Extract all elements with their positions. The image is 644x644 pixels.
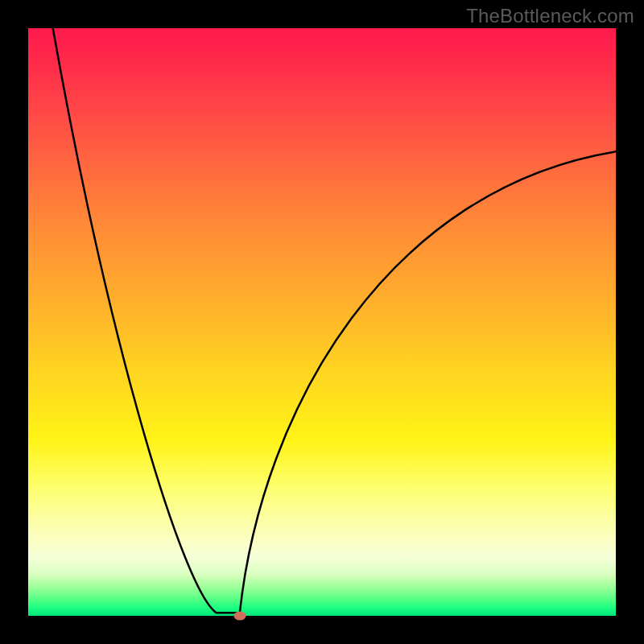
curve-path	[53, 28, 616, 613]
plot-area	[28, 28, 616, 616]
optimal-point-marker	[233, 612, 246, 621]
chart-frame: TheBottleneck.com	[0, 0, 644, 644]
bottleneck-curve	[28, 28, 616, 616]
watermark-text: TheBottleneck.com	[466, 5, 634, 27]
